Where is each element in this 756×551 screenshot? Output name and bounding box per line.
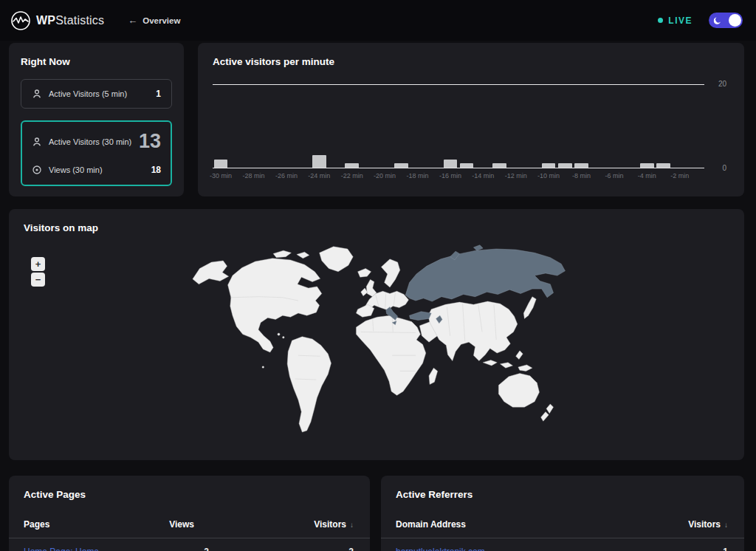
page-link[interactable]: Home Page: Home [24, 547, 99, 551]
sort-descending-icon: ↓ [724, 521, 728, 529]
wp-statistics-logo: WPStatistics [10, 10, 104, 31]
chart-title: Active visitors per minute [213, 56, 729, 67]
active-visitors-chart-card: Active visitors per minute 20 0 -30 min-… [198, 43, 744, 196]
map-country-indonesia-east[interactable] [500, 363, 512, 368]
column-header-domain[interactable]: Domain Address [396, 519, 688, 530]
chart-bar [214, 160, 228, 168]
active-pages-header: Pages Views Visitors↓ [9, 519, 370, 538]
chart-plot-area: 20 0 [213, 84, 704, 168]
map-country-russia[interactable] [405, 249, 565, 301]
x-tick-label: -14 min [472, 172, 494, 179]
map-country-greenland[interactable] [320, 247, 354, 272]
x-tick-label: -28 min [242, 172, 264, 179]
world-map [181, 238, 572, 442]
map-island[interactable] [273, 250, 291, 258]
person-icon [32, 89, 42, 99]
back-arrow-icon: ← [128, 15, 137, 26]
active-referrers-header: Domain Address Visitors↓ [381, 519, 744, 538]
visitors-map-card: Visitors on map + − [9, 209, 744, 460]
map-zoom-controls: + − [31, 257, 45, 287]
map-island[interactable] [283, 337, 285, 339]
visitors-value: 1 [723, 547, 728, 551]
active-visitors-30min-box[interactable]: Active Visitors (30 min) 13 Views (30 mi… [21, 120, 172, 186]
referrer-link[interactable]: harputluelektronik.com [396, 547, 485, 551]
table-row: Home Page: Home22 [9, 538, 370, 551]
x-tick-label: -30 min [210, 172, 232, 179]
active-referrers-body: harputluelektronik.com1 [381, 538, 744, 551]
stat-label: Active Visitors (30 min) [49, 137, 131, 146]
active-pages-card: Active Pages Pages Views Visitors↓ Home … [9, 476, 370, 551]
x-tick-label: -20 min [374, 172, 396, 179]
x-tick-label: -22 min [341, 172, 363, 179]
table-row: harputluelektronik.com1 [381, 538, 744, 551]
moon-icon [712, 16, 723, 26]
active-referrers-card: Active Referrers Domain Address Visitors… [381, 476, 744, 551]
chart-bar [312, 155, 326, 168]
x-tick-label: -8 min [572, 172, 591, 179]
map-country-turkey[interactable] [410, 312, 432, 321]
x-tick-label: -12 min [505, 172, 527, 179]
map-zoom-in-button[interactable]: + [31, 257, 45, 271]
map-country-iceland[interactable] [358, 269, 371, 278]
map-country-australia[interactable] [498, 374, 539, 408]
views-value: 2 [204, 547, 348, 551]
dashboard: Right Now Active Visitors (5 min) 1 [0, 41, 756, 551]
live-indicator: LIVE [658, 16, 693, 26]
right-now-card: Right Now Active Visitors (5 min) 1 [9, 43, 184, 196]
map-island[interactable] [297, 252, 309, 258]
column-header-views[interactable]: Views [169, 519, 314, 530]
y-axis-label-20: 20 [718, 80, 726, 88]
map-region-asia[interactable] [428, 301, 518, 361]
x-tick-label: -6 min [605, 172, 623, 179]
map-country-japan[interactable] [523, 297, 536, 319]
y-axis-label-0: 0 [722, 164, 726, 172]
stat-value-big: 13 [139, 131, 161, 151]
back-label: Overview [142, 16, 180, 25]
x-tick-label: -2 min [670, 172, 689, 179]
stat-value: 18 [151, 165, 161, 175]
map-country-philippines[interactable] [516, 351, 523, 360]
x-tick-label: -4 min [638, 172, 656, 179]
live-dot-icon [658, 18, 663, 23]
column-header-visitors[interactable]: Visitors↓ [314, 519, 354, 530]
overview-back-link[interactable]: ← Overview [128, 15, 180, 26]
app-header: WPStatistics ← Overview LIVE [0, 0, 756, 41]
chart-xticks: -30 min-28 min-26 min-24 min-22 min-20 m… [213, 172, 704, 182]
x-tick-label: -16 min [439, 172, 461, 179]
column-header-visitors[interactable]: Visitors↓ [688, 519, 728, 530]
toggle-knob [729, 14, 741, 27]
map-island[interactable] [278, 333, 280, 335]
map-country-papua[interactable] [518, 365, 532, 371]
x-tick-label: -10 min [537, 172, 560, 179]
x-tick-label: -18 min [406, 172, 428, 179]
pulse-logo-icon [10, 10, 31, 31]
map-island-severnaya[interactable] [473, 245, 483, 250]
active-pages-title: Active Pages [9, 489, 370, 500]
map-country-indonesia[interactable] [483, 360, 497, 366]
map-country-new-zealand[interactable] [546, 404, 554, 414]
map-island[interactable] [262, 366, 264, 369]
chart-plot [213, 84, 704, 168]
map-country-alaska[interactable] [193, 261, 229, 284]
map-country-south-america[interactable] [287, 337, 331, 432]
views-icon [32, 165, 42, 175]
active-referrers-title: Active Referrers [381, 489, 744, 500]
right-now-title: Right Now [21, 56, 172, 67]
visitors-value: 2 [348, 547, 354, 551]
map-country-scandinavia[interactable] [381, 259, 399, 287]
active-pages-body: Home Page: Home22 [9, 538, 370, 551]
person-icon [32, 137, 42, 147]
map-country-madagascar[interactable] [429, 368, 438, 384]
dark-mode-toggle[interactable] [709, 13, 743, 28]
chart-bar [444, 160, 458, 168]
map-stage: + − [24, 238, 729, 451]
active-visitors-5min-box[interactable]: Active Visitors (5 min) 1 [21, 79, 172, 109]
sort-descending-icon: ↓ [350, 521, 354, 529]
x-axis-line [213, 168, 704, 168]
x-tick-label: -26 min [275, 172, 298, 179]
map-country-new-zealand-south[interactable] [541, 412, 549, 422]
map-title: Visitors on map [24, 222, 729, 233]
stat-value: 1 [156, 89, 161, 99]
column-header-pages[interactable]: Pages [24, 519, 169, 530]
map-zoom-out-button[interactable]: − [31, 273, 45, 287]
